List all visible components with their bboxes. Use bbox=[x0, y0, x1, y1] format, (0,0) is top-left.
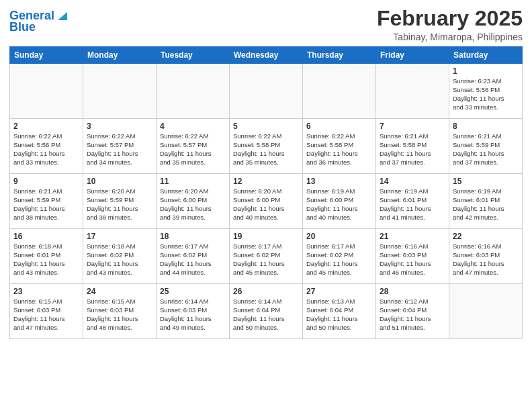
day-info: Sunrise: 6:21 AM Sunset: 5:59 PM Dayligh… bbox=[453, 132, 519, 167]
month-title: February 2025 bbox=[377, 7, 523, 30]
calendar-day-cell bbox=[303, 64, 376, 119]
calendar-header-row: SundayMondayTuesdayWednesdayThursdayFrid… bbox=[10, 47, 523, 64]
page: General Blue February 2025 Tabinay, Mima… bbox=[0, 0, 532, 411]
day-info: Sunrise: 6:18 AM Sunset: 6:02 PM Dayligh… bbox=[87, 242, 152, 277]
weekday-header: Sunday bbox=[10, 47, 83, 64]
calendar-day-cell: 27Sunrise: 6:13 AM Sunset: 6:04 PM Dayli… bbox=[303, 284, 376, 339]
calendar-day-cell: 1Sunrise: 6:23 AM Sunset: 5:56 PM Daylig… bbox=[449, 64, 523, 119]
logo-blue-text: Blue bbox=[9, 21, 36, 34]
day-number: 1 bbox=[453, 66, 519, 76]
day-info: Sunrise: 6:23 AM Sunset: 5:56 PM Dayligh… bbox=[453, 77, 519, 111]
calendar-day-cell: 8Sunrise: 6:21 AM Sunset: 5:59 PM Daylig… bbox=[449, 119, 523, 174]
calendar-week-row: 9Sunrise: 6:21 AM Sunset: 5:59 PM Daylig… bbox=[10, 174, 523, 229]
day-info: Sunrise: 6:16 AM Sunset: 6:03 PM Dayligh… bbox=[453, 242, 519, 277]
day-number: 26 bbox=[233, 287, 299, 296]
calendar-day-cell bbox=[157, 64, 230, 119]
day-info: Sunrise: 6:21 AM Sunset: 5:58 PM Dayligh… bbox=[380, 132, 445, 167]
calendar: SundayMondayTuesdayWednesdayThursdayFrid… bbox=[9, 46, 523, 339]
weekday-header: Friday bbox=[376, 47, 449, 64]
day-number: 10 bbox=[87, 177, 152, 186]
day-info: Sunrise: 6:15 AM Sunset: 6:03 PM Dayligh… bbox=[87, 298, 152, 332]
day-info: Sunrise: 6:15 AM Sunset: 6:03 PM Dayligh… bbox=[13, 298, 79, 332]
weekday-header: Monday bbox=[83, 47, 157, 64]
calendar-day-cell: 13Sunrise: 6:19 AM Sunset: 6:00 PM Dayli… bbox=[303, 174, 376, 229]
calendar-day-cell: 10Sunrise: 6:20 AM Sunset: 5:59 PM Dayli… bbox=[83, 174, 157, 229]
calendar-day-cell: 20Sunrise: 6:17 AM Sunset: 6:02 PM Dayli… bbox=[303, 229, 376, 284]
calendar-day-cell: 15Sunrise: 6:19 AM Sunset: 6:01 PM Dayli… bbox=[449, 174, 523, 229]
calendar-week-row: 23Sunrise: 6:15 AM Sunset: 6:03 PM Dayli… bbox=[10, 284, 523, 339]
calendar-day-cell bbox=[10, 64, 83, 119]
calendar-day-cell: 5Sunrise: 6:22 AM Sunset: 5:58 PM Daylig… bbox=[230, 119, 303, 174]
day-number: 19 bbox=[233, 232, 299, 241]
calendar-day-cell: 11Sunrise: 6:20 AM Sunset: 6:00 PM Dayli… bbox=[157, 174, 230, 229]
logo-icon bbox=[55, 9, 67, 21]
weekday-header: Thursday bbox=[303, 47, 376, 64]
calendar-day-cell bbox=[449, 284, 523, 339]
calendar-day-cell: 25Sunrise: 6:14 AM Sunset: 6:03 PM Dayli… bbox=[157, 284, 230, 339]
day-number: 11 bbox=[160, 177, 226, 186]
day-number: 21 bbox=[380, 232, 445, 241]
weekday-header: Wednesday bbox=[230, 47, 303, 64]
day-number: 17 bbox=[87, 232, 152, 241]
day-info: Sunrise: 6:19 AM Sunset: 6:00 PM Dayligh… bbox=[306, 187, 372, 222]
day-info: Sunrise: 6:19 AM Sunset: 6:01 PM Dayligh… bbox=[453, 187, 519, 222]
day-number: 3 bbox=[87, 122, 152, 131]
day-number: 6 bbox=[306, 122, 372, 131]
day-info: Sunrise: 6:20 AM Sunset: 5:59 PM Dayligh… bbox=[87, 187, 152, 222]
calendar-day-cell: 26Sunrise: 6:14 AM Sunset: 6:04 PM Dayli… bbox=[230, 284, 303, 339]
svg-marker-0 bbox=[58, 12, 67, 20]
calendar-day-cell: 6Sunrise: 6:22 AM Sunset: 5:58 PM Daylig… bbox=[303, 119, 376, 174]
calendar-day-cell: 22Sunrise: 6:16 AM Sunset: 6:03 PM Dayli… bbox=[449, 229, 523, 284]
day-info: Sunrise: 6:16 AM Sunset: 6:03 PM Dayligh… bbox=[380, 242, 445, 277]
day-info: Sunrise: 6:22 AM Sunset: 5:57 PM Dayligh… bbox=[160, 132, 226, 167]
day-number: 23 bbox=[13, 287, 79, 296]
calendar-day-cell: 2Sunrise: 6:22 AM Sunset: 5:56 PM Daylig… bbox=[10, 119, 83, 174]
calendar-day-cell: 21Sunrise: 6:16 AM Sunset: 6:03 PM Dayli… bbox=[376, 229, 449, 284]
day-info: Sunrise: 6:22 AM Sunset: 5:58 PM Dayligh… bbox=[233, 132, 299, 167]
day-number: 28 bbox=[380, 287, 445, 296]
day-info: Sunrise: 6:22 AM Sunset: 5:58 PM Dayligh… bbox=[306, 132, 372, 167]
calendar-day-cell bbox=[230, 64, 303, 119]
day-info: Sunrise: 6:22 AM Sunset: 5:57 PM Dayligh… bbox=[87, 132, 152, 167]
day-number: 18 bbox=[160, 232, 226, 241]
calendar-day-cell: 3Sunrise: 6:22 AM Sunset: 5:57 PM Daylig… bbox=[83, 119, 157, 174]
calendar-day-cell: 28Sunrise: 6:12 AM Sunset: 6:04 PM Dayli… bbox=[376, 284, 449, 339]
day-info: Sunrise: 6:14 AM Sunset: 6:04 PM Dayligh… bbox=[233, 298, 299, 332]
calendar-day-cell: 14Sunrise: 6:19 AM Sunset: 6:01 PM Dayli… bbox=[376, 174, 449, 229]
day-number: 9 bbox=[13, 177, 79, 186]
day-info: Sunrise: 6:19 AM Sunset: 6:01 PM Dayligh… bbox=[380, 187, 445, 222]
day-number: 12 bbox=[233, 177, 299, 186]
title-block: February 2025 Tabinay, Mimaropa, Philipp… bbox=[377, 7, 523, 42]
calendar-day-cell: 4Sunrise: 6:22 AM Sunset: 5:57 PM Daylig… bbox=[157, 119, 230, 174]
calendar-day-cell bbox=[83, 64, 157, 119]
day-info: Sunrise: 6:13 AM Sunset: 6:04 PM Dayligh… bbox=[306, 298, 372, 332]
calendar-day-cell: 23Sunrise: 6:15 AM Sunset: 6:03 PM Dayli… bbox=[10, 284, 83, 339]
day-number: 7 bbox=[380, 122, 445, 131]
weekday-header: Tuesday bbox=[157, 47, 230, 64]
day-info: Sunrise: 6:21 AM Sunset: 5:59 PM Dayligh… bbox=[13, 187, 79, 222]
location-title: Tabinay, Mimaropa, Philippines bbox=[377, 32, 523, 42]
calendar-day-cell: 19Sunrise: 6:17 AM Sunset: 6:02 PM Dayli… bbox=[230, 229, 303, 284]
day-number: 20 bbox=[306, 232, 372, 241]
calendar-day-cell: 12Sunrise: 6:20 AM Sunset: 6:00 PM Dayli… bbox=[230, 174, 303, 229]
logo: General Blue bbox=[9, 9, 67, 34]
day-info: Sunrise: 6:18 AM Sunset: 6:01 PM Dayligh… bbox=[13, 242, 79, 277]
day-number: 4 bbox=[160, 122, 226, 131]
weekday-header: Saturday bbox=[449, 47, 523, 64]
day-number: 5 bbox=[233, 122, 299, 131]
calendar-day-cell: 16Sunrise: 6:18 AM Sunset: 6:01 PM Dayli… bbox=[10, 229, 83, 284]
calendar-week-row: 2Sunrise: 6:22 AM Sunset: 5:56 PM Daylig… bbox=[10, 119, 523, 174]
day-number: 22 bbox=[453, 232, 519, 241]
day-number: 15 bbox=[453, 177, 519, 186]
day-number: 13 bbox=[306, 177, 372, 186]
day-number: 8 bbox=[453, 122, 519, 131]
day-info: Sunrise: 6:12 AM Sunset: 6:04 PM Dayligh… bbox=[380, 298, 445, 332]
day-info: Sunrise: 6:17 AM Sunset: 6:02 PM Dayligh… bbox=[160, 242, 226, 277]
day-number: 27 bbox=[306, 287, 372, 296]
day-info: Sunrise: 6:14 AM Sunset: 6:03 PM Dayligh… bbox=[160, 298, 226, 332]
calendar-day-cell: 17Sunrise: 6:18 AM Sunset: 6:02 PM Dayli… bbox=[83, 229, 157, 284]
day-info: Sunrise: 6:22 AM Sunset: 5:56 PM Dayligh… bbox=[13, 132, 79, 167]
day-info: Sunrise: 6:17 AM Sunset: 6:02 PM Dayligh… bbox=[306, 242, 372, 277]
calendar-week-row: 1Sunrise: 6:23 AM Sunset: 5:56 PM Daylig… bbox=[10, 64, 523, 119]
calendar-day-cell: 9Sunrise: 6:21 AM Sunset: 5:59 PM Daylig… bbox=[10, 174, 83, 229]
